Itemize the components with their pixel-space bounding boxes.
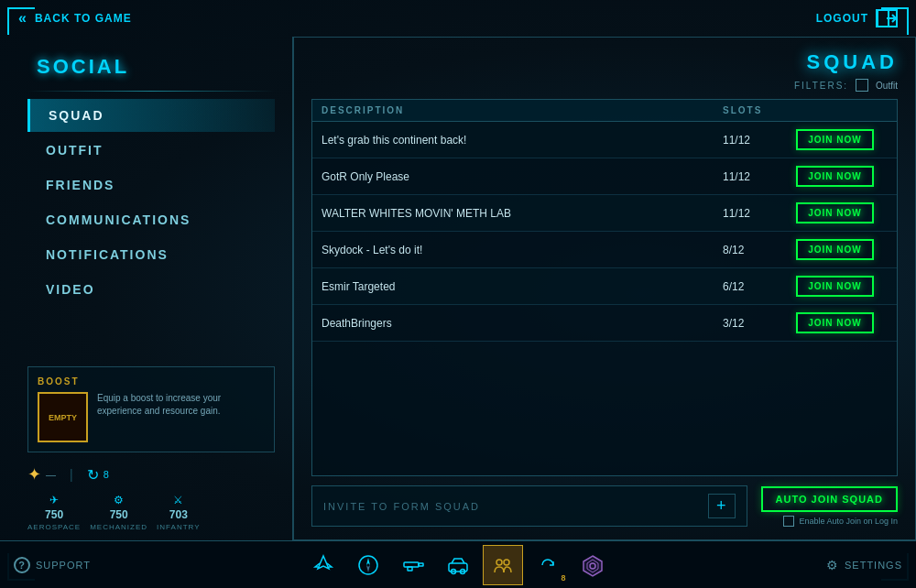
aerospace-icon: ✈ — [49, 494, 59, 506]
resource-mechanized: ⚙ 750 MECHANIZED — [90, 494, 147, 531]
toolbar-weapon-button[interactable] — [393, 545, 433, 585]
cert-icon: ✦ — [27, 464, 41, 485]
social-title: SOCIAL — [27, 55, 275, 79]
auto-join-button[interactable]: AUTO JOIN SQUAD — [761, 486, 898, 512]
toolbar-compass-button[interactable] — [348, 545, 388, 585]
outfit-filter-checkbox[interactable] — [856, 79, 868, 92]
table-row: Esmir Targeted 6/12 JOIN NOW — [312, 268, 897, 305]
boost-slot[interactable]: EMPTY — [38, 392, 88, 442]
sidebar-divider — [27, 91, 275, 92]
col-description: DESCRIPTION — [322, 105, 723, 115]
toolbar-icons: 8 — [303, 545, 613, 585]
squad-slots-4: 6/12 — [723, 280, 796, 293]
infantry-icon: ⚔ — [173, 494, 183, 506]
settings-gear-icon: ⚙ — [826, 558, 839, 572]
table-row: GotR Only Please 11/12 JOIN NOW — [312, 158, 897, 195]
faction-icon — [580, 552, 605, 578]
sidebar-item-communications[interactable]: COMMUNICATIONS — [27, 203, 275, 236]
infantry-label: INFANTRY — [157, 523, 200, 531]
logout-label: LOGOUT — [816, 12, 868, 25]
toolbar-refresh-button[interactable]: 8 — [528, 545, 568, 585]
table-header: DESCRIPTION SLOTS — [312, 100, 897, 122]
refresh-icon-small: ↻ — [87, 466, 99, 484]
sidebar-item-friends[interactable]: FRIENDS — [27, 169, 275, 201]
support-button[interactable]: ? SUPPORT — [14, 557, 91, 573]
sidebar-item-video[interactable]: VIDEO — [27, 273, 275, 306]
settings-label: SETTINGS — [845, 560, 902, 571]
svg-point-12 — [504, 560, 509, 565]
svg-rect-6 — [419, 563, 423, 566]
squad-description-1: GotR Only Please — [322, 170, 723, 183]
filter-row: FILTERS: Outfit — [311, 79, 898, 92]
join-button-3[interactable]: JOIN NOW — [796, 239, 874, 260]
join-button-5[interactable]: JOIN NOW — [796, 312, 874, 333]
squad-slots-3: 8/12 — [723, 244, 796, 256]
squad-description-4: Esmir Targeted — [322, 280, 723, 293]
svg-point-11 — [496, 560, 502, 565]
vehicle-icon — [445, 552, 471, 578]
stats-bar: ✦ — | ↻ 8 — [27, 460, 275, 489]
sidebar-item-friends-label: FRIENDS — [46, 178, 114, 192]
refresh-badge: 8 — [561, 573, 565, 583]
invite-plus-button[interactable]: + — [708, 494, 736, 518]
join-button-4[interactable]: JOIN NOW — [796, 276, 874, 297]
cert-stat: ✦ — — [27, 464, 56, 485]
sidebar-item-squad-label: SQUAD — [49, 108, 104, 123]
refresh-icon — [535, 552, 561, 578]
toolbar-aircraft-button[interactable] — [303, 545, 344, 585]
squad-icon — [490, 552, 516, 578]
col-action — [796, 105, 888, 115]
sidebar-item-squad[interactable]: SQUAD — [27, 99, 275, 132]
logout-button[interactable]: LOGOUT — [816, 9, 898, 27]
toolbar-squad-button[interactable] — [483, 545, 523, 585]
toolbar-vehicle-button[interactable] — [438, 545, 478, 585]
squad-slots-5: 3/12 — [723, 317, 796, 330]
boost-empty-label: EMPTY — [49, 413, 77, 422]
squad-footer: INVITE TO FORM SQUAD + AUTO JOIN SQUAD E… — [311, 485, 898, 527]
resource-aerospace: ✈ 750 AEROSPACE — [27, 494, 81, 531]
aircraft-icon — [311, 552, 336, 578]
boost-section: BOOST EMPTY Equip a boost to increase yo… — [27, 366, 275, 452]
table-row: WALTER WHITES MOVIN' METH LAB 11/12 JOIN… — [312, 195, 897, 232]
right-panel: SQUAD FILTERS: Outfit DESCRIPTION SLOTS … — [293, 37, 916, 540]
settings-button[interactable]: ⚙ SETTINGS — [826, 558, 902, 572]
join-button-0[interactable]: JOIN NOW — [796, 129, 874, 150]
toolbar-faction-button[interactable] — [572, 545, 613, 585]
sidebar-item-communications-label: COMMUNICATIONS — [46, 212, 191, 227]
support-circle-icon: ? — [14, 557, 30, 573]
table-body: Let's grab this continent back! 11/12 JO… — [312, 122, 897, 475]
svg-marker-13 — [583, 556, 602, 576]
stat-separator: | — [70, 467, 73, 482]
sidebar-item-notifications[interactable]: NOTIFICATIONS — [27, 238, 275, 271]
back-icon: « — [18, 10, 27, 27]
table-row: DeathBringers 3/12 JOIN NOW — [312, 305, 897, 342]
squad-slots-1: 11/12 — [723, 170, 796, 183]
mechanized-value: 750 — [110, 508, 128, 521]
aerospace-label: AEROSPACE — [27, 523, 81, 531]
invite-placeholder: INVITE TO FORM SQUAD — [323, 501, 480, 512]
cert-dashes: — — [46, 469, 56, 480]
invite-input-area[interactable]: INVITE TO FORM SQUAD + — [311, 485, 747, 527]
refresh-stat: ↻ 8 — [87, 466, 109, 484]
mechanized-icon: ⚙ — [114, 494, 124, 506]
mechanized-label: MECHANIZED — [90, 523, 147, 531]
join-button-2[interactable]: JOIN NOW — [796, 202, 874, 223]
squad-table: DESCRIPTION SLOTS Let's grab this contin… — [311, 99, 898, 476]
boost-content: EMPTY Equip a boost to increase your exp… — [38, 392, 265, 442]
squad-slots-2: 11/12 — [723, 207, 796, 220]
outfit-filter-label: Outfit — [876, 81, 898, 91]
aerospace-value: 750 — [45, 508, 63, 521]
back-label: BACK TO GAME — [35, 12, 132, 25]
filters-label: FILTERS: — [794, 81, 848, 91]
boost-description: Equip a boost to increase your experienc… — [97, 392, 265, 418]
squad-description-5: DeathBringers — [322, 317, 723, 330]
join-button-1[interactable]: JOIN NOW — [796, 166, 874, 187]
sidebar-item-outfit[interactable]: OUTFIT — [27, 134, 275, 167]
infantry-value: 703 — [169, 508, 188, 521]
col-slots: SLOTS — [723, 105, 796, 115]
back-to-game-button[interactable]: « BACK TO GAME — [18, 10, 132, 27]
main-content: SOCIAL SQUAD OUTFIT FRIENDS COMMUNICATIO… — [0, 37, 916, 540]
sidebar-item-notifications-label: NOTIFICATIONS — [46, 247, 169, 262]
auto-join-checkbox[interactable] — [783, 516, 794, 527]
svg-rect-7 — [408, 567, 412, 571]
